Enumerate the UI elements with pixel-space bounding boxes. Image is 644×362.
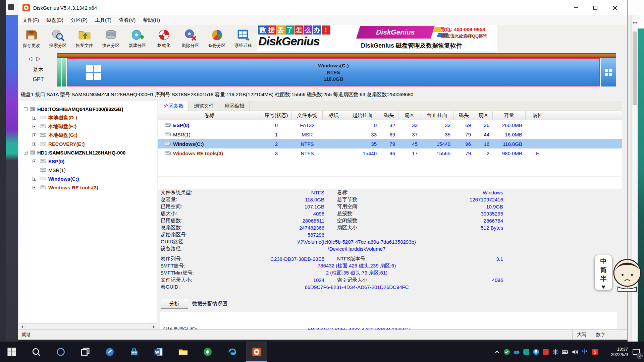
partition-row-3[interactable]: Windows RE tools(3)3NTFS1544096171556579…: [158, 148, 622, 158]
toolbar-button-format[interactable]: 格式化: [151, 25, 177, 51]
tray-expand-icon[interactable]: [494, 349, 500, 355]
tree-item-2[interactable]: 本地磁盘(F:): [19, 122, 157, 131]
table-column-3[interactable]: 标识: [323, 111, 345, 120]
table-column-7[interactable]: 终止柱面: [421, 111, 454, 120]
tray-snowflake-icon[interactable]: [552, 349, 559, 355]
tray-red-icon[interactable]: [542, 349, 549, 355]
table-column-10[interactable]: 容量: [493, 111, 526, 120]
partition-block-msr[interactable]: [62, 58, 66, 86]
tree-item-0[interactable]: HD0:TOSHIBAMQ04ABF100(932GB): [19, 105, 157, 113]
taskbar-word-button[interactable]: W: [148, 342, 169, 362]
toggle-minus-icon[interactable]: [24, 151, 28, 155]
banner-qq-link[interactable]: 或点击此处选择QQ咨询: [441, 33, 487, 39]
table-column-0[interactable]: 卷标: [158, 111, 261, 120]
toggle-plus-icon[interactable]: [33, 133, 36, 137]
taskbar-green-app-button[interactable]: [197, 342, 218, 362]
tree-item-4[interactable]: RECOVERY(E:): [19, 139, 157, 148]
tray-battery-icon[interactable]: [562, 349, 569, 355]
ime-status-widget[interactable]: 中简半♥: [594, 255, 612, 290]
sogou-icon[interactable]: S: [592, 349, 598, 355]
tab-partition-params[interactable]: 分区参数: [158, 101, 189, 111]
background-scrollbar[interactable]: [631, 15, 638, 342]
menu-item-4[interactable]: 查看(V): [115, 15, 139, 25]
partition-row-0[interactable]: ESP(0)0FAT3203233336936260.0MB: [158, 120, 622, 130]
toggle-plus-icon[interactable]: [33, 125, 36, 128]
toolbar-button-recover-files[interactable]: 恢复文件: [71, 25, 98, 51]
partition-row-1[interactable]: MSR(1)1MSR33693735794416.0MB: [158, 130, 622, 139]
taskbar-file-explorer-button[interactable]: [173, 342, 194, 362]
ime-widget-char[interactable]: ♥: [601, 283, 605, 291]
ad-banner[interactable]: 数据丢了怎么办！ DiskGenius DiskGenius 致电: 400-0…: [257, 25, 497, 51]
table-column-4[interactable]: 起始柱面: [345, 111, 380, 120]
ime-widget-char[interactable]: 半: [600, 275, 607, 283]
volume-icon[interactable]: [572, 349, 578, 355]
background-scrollbar-thumb[interactable]: [633, 32, 637, 105]
tray-teal-icon[interactable]: [523, 349, 530, 355]
ime-widget-char[interactable]: 中: [600, 257, 607, 266]
taskbar-search-button[interactable]: [26, 342, 47, 362]
desktop-wallpaper-left: [6, 0, 18, 342]
toolbar-button-new-partition[interactable]: 新建分区: [124, 25, 151, 51]
table-column-11[interactable]: 属性: [526, 111, 550, 120]
menu-item-1[interactable]: 磁盘(D): [43, 15, 67, 25]
next-disk-icon[interactable]: ▷: [36, 55, 40, 62]
toolbar-button-save-changes[interactable]: 保存更改: [18, 25, 45, 51]
toggle-plus-icon[interactable]: [33, 142, 36, 146]
menu-item-0[interactable]: 文件(F): [19, 15, 43, 25]
menu-item-3[interactable]: 工具(T): [91, 15, 115, 25]
taskbar-snip-button[interactable]: [99, 342, 120, 362]
taskbar-start-button[interactable]: [1, 342, 22, 362]
tree-item-3[interactable]: 本地磁盘(G:): [19, 131, 157, 139]
maximize-button[interactable]: [586, 0, 605, 15]
table-column-6[interactable]: 扇区: [398, 111, 421, 120]
tab-browse-files[interactable]: 浏览文件: [189, 101, 219, 111]
tree-item-7[interactable]: MSR(1): [19, 166, 157, 174]
taskbar-diskgenius-button[interactable]: [246, 342, 267, 362]
taskbar-store-button[interactable]: [124, 342, 145, 362]
toggle-plus-icon[interactable]: [33, 116, 36, 120]
ime-indicator[interactable]: 中: [581, 348, 589, 355]
prev-disk-icon[interactable]: ◁: [28, 55, 32, 62]
partition-block-windows-c[interactable]: Windows(C:) NTFS 118.0GB: [67, 58, 600, 86]
menu-item-2[interactable]: 分区(P): [67, 15, 91, 25]
toggle-plus-icon[interactable]: [33, 186, 36, 189]
toggle-plus-icon[interactable]: [33, 160, 36, 163]
minimize-button[interactable]: [566, 0, 586, 15]
tray-green-icon[interactable]: [503, 349, 510, 355]
analyze-button[interactable]: 分析: [161, 299, 188, 309]
scroll-left-icon[interactable]: [19, 324, 25, 330]
taskbar-task-view-button[interactable]: [75, 342, 96, 362]
close-button[interactable]: [605, 0, 625, 15]
table-column-1[interactable]: 序号(状态): [261, 111, 292, 120]
tray-qq-icon[interactable]: [533, 349, 539, 355]
toolbar-button-system-migration[interactable]: 系统迁移: [230, 25, 257, 51]
partition-row-2[interactable]: Windows(C:)2NTFS357945154409616118.0GB: [158, 139, 622, 148]
scroll-right-icon[interactable]: [151, 324, 157, 330]
toolbar-button-backup-partition[interactable]: 备份分区: [204, 25, 230, 51]
tree-horizontal-scrollbar[interactable]: [19, 323, 157, 330]
tree-item-5[interactable]: HD1:SAMSUNGMZNLN128HAHQ-000: [19, 148, 157, 157]
notification-center-button[interactable]: 2: [629, 342, 644, 362]
table-column-8[interactable]: 磁头: [454, 111, 474, 120]
menu-item-5[interactable]: 帮助(H): [139, 15, 164, 25]
taskbar-edge-button[interactable]: [222, 342, 243, 362]
partition-block-esp[interactable]: [57, 58, 61, 86]
tree-item-6[interactable]: ESP(0): [19, 157, 157, 166]
tray-onedrive-icon[interactable]: [513, 349, 520, 355]
ime-widget-char[interactable]: 简: [600, 266, 607, 275]
tree-item-8[interactable]: Windows(C:): [19, 174, 157, 183]
taskbar-cortana-button[interactable]: [50, 342, 71, 362]
table-column-2[interactable]: 文件系统: [292, 111, 323, 120]
taskbar-clock[interactable]: 18:37 2022/5/9: [601, 347, 628, 357]
partition-block-windows-re[interactable]: [601, 58, 616, 86]
toolbar-button-search-partition[interactable]: 搜索分区: [45, 25, 71, 51]
toggle-minus-icon[interactable]: [24, 107, 28, 111]
toolbar-button-delete-partition[interactable]: 删除分区: [177, 25, 204, 51]
tab-sector-edit[interactable]: 扇区编辑: [219, 101, 250, 111]
table-column-5[interactable]: 磁头: [380, 111, 398, 120]
table-column-9[interactable]: 扇区: [474, 111, 493, 120]
toolbar-button-quick-partition[interactable]: 快速分区: [98, 25, 124, 51]
toggle-plus-icon[interactable]: [33, 177, 36, 181]
tree-item-9[interactable]: Windows RE tools(3): [19, 183, 157, 192]
tree-item-1[interactable]: 本地磁盘(D:): [19, 113, 157, 122]
